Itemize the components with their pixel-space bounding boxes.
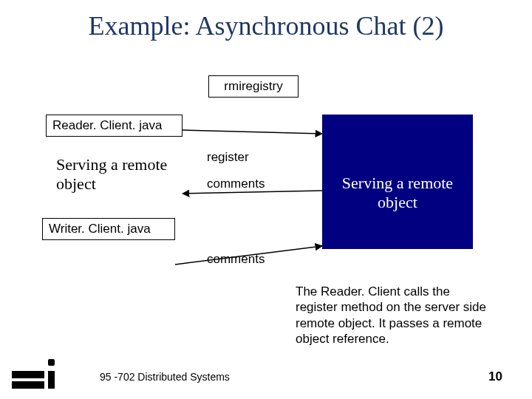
description-text: The Reader. Client calls the register me… [296, 284, 495, 347]
box-reader-client: Reader. Client. java [46, 115, 183, 137]
page-number: 10 [488, 369, 502, 384]
server-box: Serving a remote object [322, 115, 473, 249]
page-title: Example: Asynchronous Chat (2) [0, 10, 532, 41]
serving-left: Serving a remote object [56, 155, 193, 194]
box-rmiregistry: rmiregistry [208, 75, 299, 98]
label-comments-top: comments [207, 177, 265, 191]
logo-icon [12, 346, 56, 390]
footer-course: 95 -702 Distributed Systems [100, 371, 230, 383]
label-register: register [207, 150, 249, 165]
label-comments-bottom: comments [207, 252, 265, 267]
box-writer-client: Writer. Client. java [42, 218, 175, 240]
svg-line-0 [183, 130, 322, 134]
slide: Example: Asynchronous Chat (2) rmiregist… [0, 0, 532, 399]
